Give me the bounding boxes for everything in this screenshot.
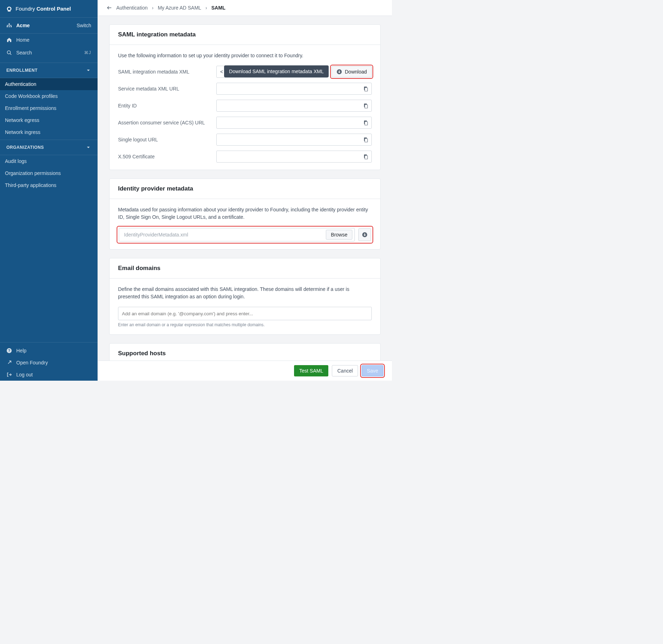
chevron-down-icon: [86, 145, 91, 150]
label-entity-id: Entity ID: [118, 103, 213, 109]
save-button[interactable]: Save: [362, 365, 383, 376]
switch-label[interactable]: Switch: [77, 23, 91, 28]
row-entity-id: Entity ID: [118, 100, 372, 112]
copy-icon[interactable]: [363, 120, 368, 125]
crumb-saml: SAML: [211, 5, 225, 11]
label-service-url: Service metadata XML URL: [118, 86, 213, 92]
svg-rect-5: [9, 23, 10, 24]
row-service-url: Service metadata XML URL: [118, 83, 372, 95]
sidebar-item-org-perms[interactable]: Organization permissions: [0, 167, 98, 179]
label-slo-url: Single logout URL: [118, 137, 213, 142]
sidebar-item-code-workbook[interactable]: Code Workbook profiles: [0, 90, 98, 102]
card-email-domains: Email domains Define the email domains a…: [109, 258, 381, 335]
section-enrollment[interactable]: ENROLLMENT: [0, 63, 98, 78]
chevron-down-icon: [86, 68, 91, 73]
value-slo-url[interactable]: [216, 134, 372, 146]
chevron-right-icon: ›: [152, 5, 154, 11]
sidebar-item-help[interactable]: ?Help: [0, 345, 98, 357]
svg-rect-4: [11, 26, 12, 27]
card-title: Email domains: [110, 258, 380, 279]
label-metadata-xml: SAML integration metadata XML: [118, 69, 213, 75]
org-switcher[interactable]: Acme Switch: [0, 18, 98, 34]
card-title: SAML integration metadata: [110, 25, 380, 45]
value-entity-id[interactable]: [216, 100, 372, 112]
upload-row: IdentityProviderMetadata.xml Browse: [118, 227, 372, 242]
tooltip-download: Download SAML integration metadata XML: [224, 65, 329, 77]
org-name: Acme: [16, 23, 30, 28]
svg-rect-3: [9, 26, 10, 27]
upload-placeholder: IdentityProviderMetadata.xml: [124, 232, 188, 238]
value-acs-url[interactable]: [216, 117, 372, 129]
upload-field[interactable]: IdentityProviderMetadata.xml Browse: [119, 228, 355, 241]
logout-icon: [6, 372, 12, 377]
value-cert[interactable]: [216, 151, 372, 163]
sidebar-item-network-ingress[interactable]: Network ingress: [0, 126, 98, 138]
sidebar-item-audit-logs[interactable]: Audit logs: [0, 155, 98, 167]
svg-point-0: [7, 7, 11, 11]
card-title: Identity provider metadata: [110, 179, 380, 199]
foundry-icon: [6, 6, 12, 12]
row-slo-url: Single logout URL: [118, 134, 372, 146]
breadcrumb: Authentication › My Azure AD SAML › SAML: [98, 0, 392, 16]
svg-point-6: [7, 51, 11, 54]
row-cert: X.509 Certificate: [118, 151, 372, 163]
download-button[interactable]: Download: [332, 66, 372, 77]
sidebar-item-enrollment-perms[interactable]: Enrollment permissions: [0, 102, 98, 114]
svg-rect-2: [7, 26, 8, 27]
card-idp-metadata: Identity provider metadata Metadata used…: [109, 178, 381, 250]
helper-text: Enter an email domain or a regular expre…: [118, 322, 372, 327]
svg-rect-17: [365, 139, 368, 142]
copy-icon[interactable]: [363, 103, 368, 109]
svg-rect-13: [365, 105, 368, 108]
card-desc: Metadata used for passing information ab…: [118, 206, 372, 221]
value-service-url[interactable]: [216, 83, 372, 95]
external-link-icon: [6, 360, 12, 365]
download-icon: [362, 232, 368, 238]
chevron-right-icon: ›: [205, 5, 207, 11]
cancel-button[interactable]: Cancel: [332, 365, 358, 376]
home-icon: [6, 37, 12, 43]
brand-text-bold: Control Panel: [36, 6, 71, 12]
svg-rect-15: [365, 122, 368, 125]
sidebar-item-network-egress[interactable]: Network egress: [0, 114, 98, 126]
search-icon: [6, 50, 12, 55]
card-desc: Define the email domains associated with…: [118, 286, 372, 300]
download-idp-button[interactable]: [358, 228, 371, 241]
label-acs-url: Assertion consumer service (ACS) URL: [118, 120, 213, 125]
footer-bar: Test SAML Cancel Save: [98, 361, 392, 381]
svg-rect-19: [365, 156, 368, 159]
test-saml-button[interactable]: Test SAML: [294, 365, 329, 376]
card-saml-metadata: SAML integration metadata Use the follow…: [109, 24, 381, 170]
section-organizations[interactable]: ORGANIZATIONS: [0, 140, 98, 155]
row-metadata-xml: SAML integration metadata XML < Download…: [118, 66, 372, 78]
card-desc: Use the following information to set up …: [118, 52, 372, 59]
brand-logo: Foundry Control Panel: [0, 0, 98, 18]
svg-text:?: ?: [8, 349, 10, 353]
sidebar-item-search[interactable]: Search ⌘J: [0, 46, 98, 59]
crumb-my-azure[interactable]: My Azure AD SAML: [158, 5, 201, 11]
row-acs-url: Assertion consumer service (ACS) URL: [118, 117, 372, 129]
sidebar: Foundry Control Panel Acme Switch Home S…: [0, 0, 98, 381]
sidebar-item-authentication[interactable]: Authentication: [0, 78, 98, 90]
copy-icon[interactable]: [363, 86, 368, 92]
sidebar-item-open-foundry[interactable]: Open Foundry: [0, 357, 98, 369]
help-icon: ?: [6, 348, 12, 353]
label-cert: X.509 Certificate: [118, 154, 213, 159]
email-domain-input[interactable]: [118, 307, 372, 320]
sidebar-item-logout[interactable]: Log out: [0, 369, 98, 381]
copy-icon[interactable]: [363, 154, 368, 159]
download-icon: [336, 69, 342, 75]
copy-icon[interactable]: [363, 137, 368, 142]
brand-text-light: Foundry: [16, 6, 35, 12]
svg-rect-11: [365, 88, 368, 91]
search-shortcut: ⌘J: [84, 50, 91, 55]
svg-rect-1: [8, 11, 11, 12]
browse-button[interactable]: Browse: [326, 230, 352, 240]
sidebar-item-home[interactable]: Home: [0, 34, 98, 46]
org-icon: [6, 23, 12, 28]
back-arrow-icon[interactable]: [106, 5, 112, 11]
sidebar-item-third-party[interactable]: Third-party applications: [0, 179, 98, 191]
crumb-authentication[interactable]: Authentication: [116, 5, 148, 11]
